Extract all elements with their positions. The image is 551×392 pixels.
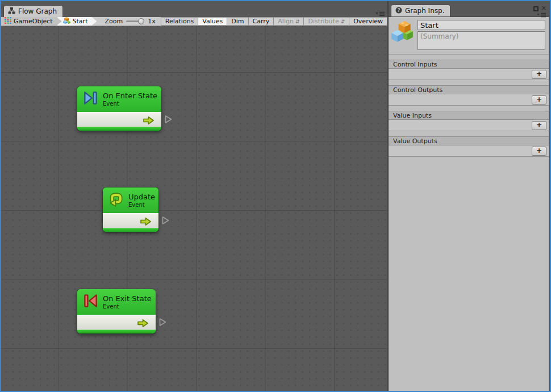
align-button: Align ⇵ <box>273 17 304 26</box>
zoom-slider[interactable] <box>126 17 144 26</box>
node-on-exit-state[interactable]: On Exit State Event <box>77 289 156 333</box>
graph-inspector-body: Control Inputs + Control Outputs + Value… <box>389 17 549 391</box>
graph-title-input[interactable] <box>418 20 545 30</box>
graph-inspector-icon: ? <box>395 7 402 15</box>
relations-button[interactable]: Relations <box>161 17 199 26</box>
flow-graph-tabbar: Flow Graph <box>1 1 387 17</box>
section-value-inputs: Value Inputs + <box>389 111 549 131</box>
breadcrumb-start-label: Start <box>73 18 88 25</box>
connection-port-triangle[interactable] <box>161 216 170 227</box>
distribute-button: Distribute ⇵ <box>303 17 349 26</box>
add-control-output-button[interactable]: + <box>532 95 546 105</box>
node-title: On Enter State <box>103 91 157 100</box>
control-inputs-list: + <box>389 69 549 80</box>
node-title: Update <box>128 193 155 201</box>
graph-cube-icon-small <box>63 17 70 26</box>
connection-port-triangle[interactable] <box>164 115 173 126</box>
pane-menu-icon[interactable] <box>536 10 546 21</box>
add-value-output-button[interactable]: + <box>532 147 546 156</box>
dim-button[interactable]: Dim <box>227 17 248 26</box>
flow-graph-icon <box>8 7 15 16</box>
align-dropdown-icon: ⇵ <box>295 19 300 24</box>
values-button[interactable]: Values <box>198 17 227 26</box>
control-output-port-icon[interactable] <box>137 319 149 330</box>
zoom-level: 1x <box>148 17 156 26</box>
zoom-label: Zoom <box>105 17 123 26</box>
section-control-outputs: Control Outputs + <box>389 85 549 106</box>
add-control-input-button[interactable]: + <box>532 70 546 79</box>
node-subtitle: Event <box>103 303 152 310</box>
section-header: Control Outputs <box>389 85 549 94</box>
node-update[interactable]: Update Event <box>103 187 158 232</box>
section-header: Control Inputs <box>389 60 549 69</box>
svg-text:?: ? <box>398 7 400 12</box>
node-subtitle: Event <box>128 202 155 208</box>
overview-button[interactable]: Overview <box>349 17 387 26</box>
step-backward-icon <box>83 293 98 311</box>
pane-menu-icon[interactable] <box>375 9 385 16</box>
control-outputs-list: + <box>389 94 549 106</box>
graph-header <box>389 17 549 55</box>
node-title: On Exit State <box>103 294 152 303</box>
section-header: Value Inputs <box>389 111 549 120</box>
section-control-inputs: Control Inputs + <box>389 60 549 80</box>
breadcrumb-gameobject-label: GameObject <box>14 18 53 25</box>
toolbar-buttons: Relations Values Dim Carry Align ⇵ Distr… <box>161 17 387 26</box>
breadcrumb-start[interactable]: Start <box>57 17 97 26</box>
node-subtitle: Event <box>103 101 157 107</box>
connection-port-triangle[interactable] <box>158 318 167 329</box>
carry-button[interactable]: Carry <box>248 17 274 26</box>
tab-flow-graph-label: Flow Graph <box>18 7 57 15</box>
control-output-port-icon[interactable] <box>140 217 152 228</box>
distribute-dropdown-icon: ⇵ <box>341 19 345 24</box>
graph-toolbar: GameObject Start Zoo <box>1 17 387 26</box>
graph-cubes-icon <box>391 20 415 50</box>
graph-inspector-panel: ? Graph Insp. ✕ <box>389 1 549 391</box>
tab-graph-inspector-label: Graph Insp. <box>405 7 444 15</box>
breadcrumb-gameobject[interactable]: GameObject <box>1 17 62 26</box>
control-output-port-icon[interactable] <box>143 116 155 127</box>
node-on-enter-state[interactable]: On Enter State Event <box>77 86 161 131</box>
value-outputs-list: + <box>389 145 549 157</box>
section-header: Value Outputs <box>389 136 549 145</box>
unity-window: Flow Graph GameObject <box>0 0 551 392</box>
zoom-slider-handle[interactable] <box>138 18 144 24</box>
gameobject-icon <box>5 17 11 26</box>
loop-icon <box>108 191 124 209</box>
value-inputs-list: + <box>389 120 549 131</box>
graph-summary-input[interactable] <box>418 31 545 50</box>
graph-canvas[interactable]: On Enter State Event <box>1 26 387 391</box>
step-forward-icon <box>83 90 98 108</box>
tab-flow-graph[interactable]: Flow Graph <box>3 5 63 17</box>
graph-inspector-tabbar: ? Graph Insp. ✕ <box>389 1 549 17</box>
flow-graph-panel: Flow Graph GameObject <box>1 1 389 391</box>
add-value-input-button[interactable]: + <box>532 121 546 130</box>
tab-graph-inspector[interactable]: ? Graph Insp. <box>391 5 450 16</box>
section-value-outputs: Value Outputs + <box>389 136 549 157</box>
